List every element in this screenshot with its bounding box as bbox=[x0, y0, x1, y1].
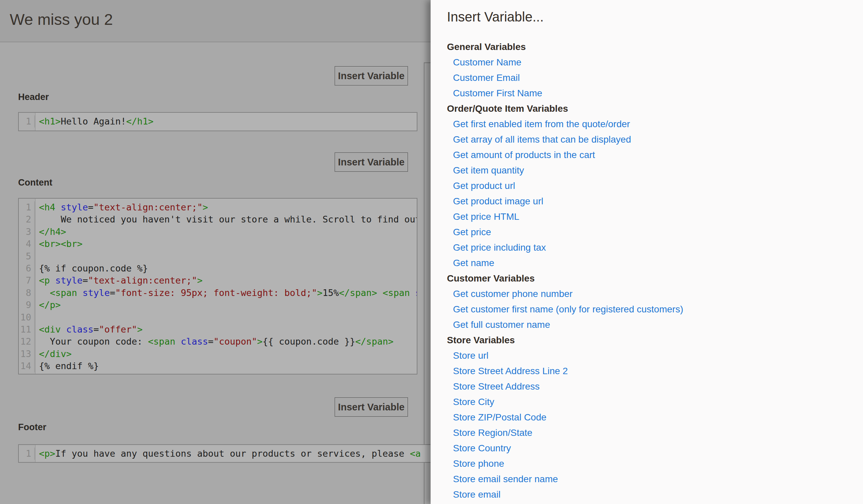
variable-link[interactable]: Get price bbox=[453, 225, 491, 240]
code-text[interactable] bbox=[35, 250, 44, 262]
code-token-txt: = bbox=[88, 202, 93, 212]
variable-link[interactable]: Get item quantity bbox=[453, 163, 524, 178]
code-text[interactable]: <h4 style="text-align:center;"> bbox=[35, 201, 208, 213]
code-token-attr: style bbox=[55, 275, 83, 286]
code-token-tag: > bbox=[257, 336, 262, 346]
code-token-txt: {% if coupon.code %} bbox=[39, 263, 148, 274]
variable-link[interactable]: Get customer first name (only for regist… bbox=[453, 302, 683, 317]
code-token-tag: </h4> bbox=[39, 227, 66, 237]
variable-link[interactable]: Store City bbox=[453, 394, 494, 410]
code-line[interactable]: 3</h4> bbox=[19, 226, 417, 238]
code-area[interactable]: 1<h4 style="text-align:center;">2 We not… bbox=[19, 199, 417, 375]
code-token-tag: > bbox=[317, 288, 323, 298]
variable-link[interactable]: Store phone bbox=[453, 456, 504, 471]
code-text[interactable]: {% if coupon.code %} bbox=[35, 262, 148, 275]
code-token-tag: <span bbox=[383, 288, 415, 298]
content-code-editor[interactable]: 1<h4 style="text-align:center;">2 We not… bbox=[18, 198, 417, 375]
line-number: 9 bbox=[19, 299, 35, 311]
variable-group-label: General Variables bbox=[447, 39, 863, 55]
line-number: 5 bbox=[19, 250, 35, 262]
line-number: 4 bbox=[19, 238, 35, 250]
variable-link[interactable]: Get customer phone number bbox=[453, 286, 573, 302]
code-text[interactable]: Your coupon code: <span class="coupon">{… bbox=[35, 336, 393, 348]
variable-link[interactable]: Store email sender name bbox=[453, 471, 558, 487]
code-line[interactable]: 4<br><br> bbox=[19, 238, 417, 250]
insert-variable-button-content[interactable]: Insert Variable bbox=[335, 152, 408, 172]
code-text[interactable]: </h4> bbox=[35, 226, 66, 238]
variable-link[interactable]: Store Region/State bbox=[453, 425, 533, 441]
insert-variable-button-header[interactable]: Insert Variable bbox=[335, 66, 408, 86]
variable-link[interactable]: Get full customer name bbox=[453, 317, 550, 332]
code-token-attr: style bbox=[83, 288, 110, 298]
footer-section-label: Footer bbox=[18, 422, 46, 432]
code-text[interactable]: <p style="text-align:center;"> bbox=[35, 275, 203, 287]
code-token-str: "coupon" bbox=[213, 336, 257, 346]
header-section-label: Header bbox=[18, 92, 49, 102]
header-code-editor[interactable]: 1<h1>Hello Again!</h1> bbox=[18, 112, 417, 131]
line-number: 1 bbox=[19, 115, 35, 127]
variable-link[interactable]: Store Street Address Line 2 bbox=[453, 363, 568, 379]
variable-link[interactable]: Store Street Address bbox=[453, 379, 539, 394]
code-text[interactable]: <div class="offer"> bbox=[35, 324, 142, 336]
variable-link[interactable]: Get amount of products in the cart bbox=[453, 147, 595, 163]
variable-link[interactable]: Store email bbox=[453, 487, 501, 502]
code-token-str: "text-align:center;" bbox=[93, 202, 203, 212]
line-number: 10 bbox=[19, 311, 35, 324]
variable-link[interactable]: Customer Email bbox=[453, 70, 520, 86]
code-line[interactable]: 9</p> bbox=[19, 299, 417, 311]
code-token-tag: </span> bbox=[355, 336, 393, 346]
variable-link[interactable]: Get price HTML bbox=[453, 209, 520, 225]
line-number: 13 bbox=[19, 348, 35, 360]
variable-link[interactable]: Customer First Name bbox=[453, 86, 542, 101]
code-token-tag: <a bbox=[410, 448, 421, 459]
code-line[interactable]: 1<h4 style="text-align:center;"> bbox=[19, 201, 417, 213]
variable-link[interactable]: Customer Name bbox=[453, 55, 522, 70]
code-text[interactable]: </p> bbox=[35, 299, 61, 311]
code-line[interactable]: 8 <span style="font-size: 95px; font-wei… bbox=[19, 287, 417, 299]
variable-list: General VariablesCustomer NameCustomer E… bbox=[447, 39, 863, 502]
code-text[interactable] bbox=[35, 311, 44, 324]
code-token-txt: Hello Again! bbox=[61, 116, 126, 126]
insert-variable-button-footer[interactable]: Insert Variable bbox=[335, 397, 408, 417]
code-text[interactable]: We noticed you haven't visit our store a… bbox=[35, 213, 417, 226]
variable-link[interactable]: Get array of all items that can be displ… bbox=[453, 132, 631, 147]
variable-link[interactable]: Get first enabled item from the quote/or… bbox=[453, 116, 630, 132]
code-line[interactable]: 1<p>If you have any questions about our … bbox=[19, 448, 442, 460]
code-text[interactable]: </div> bbox=[35, 348, 72, 360]
code-line[interactable]: 6{% if coupon.code %} bbox=[19, 262, 417, 275]
code-token-tag: > bbox=[137, 324, 142, 335]
code-token-attr: style bbox=[61, 202, 88, 212]
line-number: 2 bbox=[19, 213, 35, 226]
code-text[interactable]: <span style="font-size: 95px; font-weigh… bbox=[35, 287, 417, 299]
code-line[interactable]: 7<p style="text-align:center;"> bbox=[19, 275, 417, 287]
code-line[interactable]: 10 bbox=[19, 311, 417, 324]
variable-link[interactable]: Store url bbox=[453, 348, 489, 363]
page-title: We miss you 2 bbox=[10, 10, 113, 28]
variable-link[interactable]: Get price including tax bbox=[453, 240, 546, 255]
code-text[interactable]: <h1>Hello Again!</h1> bbox=[35, 115, 153, 127]
code-area[interactable]: 1<p>If you have any questions about our … bbox=[19, 445, 442, 462]
code-text[interactable]: <p>If you have any questions about our p… bbox=[35, 448, 421, 460]
code-line[interactable]: 12 Your coupon code: <span class="coupon… bbox=[19, 336, 417, 348]
code-line[interactable]: 5 bbox=[19, 250, 417, 262]
code-line[interactable]: 14{% endif %} bbox=[19, 360, 417, 372]
footer-code-editor[interactable]: 1<p>If you have any questions about our … bbox=[18, 444, 443, 463]
variable-link[interactable]: Get product url bbox=[453, 178, 515, 193]
code-line[interactable]: 11<div class="offer"> bbox=[19, 324, 417, 336]
code-line[interactable]: 13</div> bbox=[19, 348, 417, 360]
variable-link[interactable]: Store Country bbox=[453, 441, 511, 456]
code-text[interactable]: <br><br> bbox=[35, 238, 83, 250]
code-token-txt: We noticed you haven't visit our store a… bbox=[39, 214, 417, 225]
insert-variable-panel-title: Insert Variable... bbox=[447, 8, 863, 26]
code-area[interactable]: 1<h1>Hello Again!</h1> bbox=[19, 113, 417, 130]
code-token-tag: <p> bbox=[39, 448, 55, 459]
code-line[interactable]: 1<h1>Hello Again!</h1> bbox=[19, 115, 417, 127]
code-token-txt: {% endif %} bbox=[39, 361, 99, 371]
code-text[interactable]: {% endif %} bbox=[35, 360, 99, 372]
variable-link[interactable]: Get product image url bbox=[453, 193, 543, 209]
code-line[interactable]: 2 We noticed you haven't visit our store… bbox=[19, 213, 417, 226]
line-number: 8 bbox=[19, 287, 35, 299]
code-token-txt: = bbox=[110, 288, 115, 298]
variable-link[interactable]: Get name bbox=[453, 255, 494, 271]
variable-link[interactable]: Store ZIP/Postal Code bbox=[453, 410, 547, 425]
